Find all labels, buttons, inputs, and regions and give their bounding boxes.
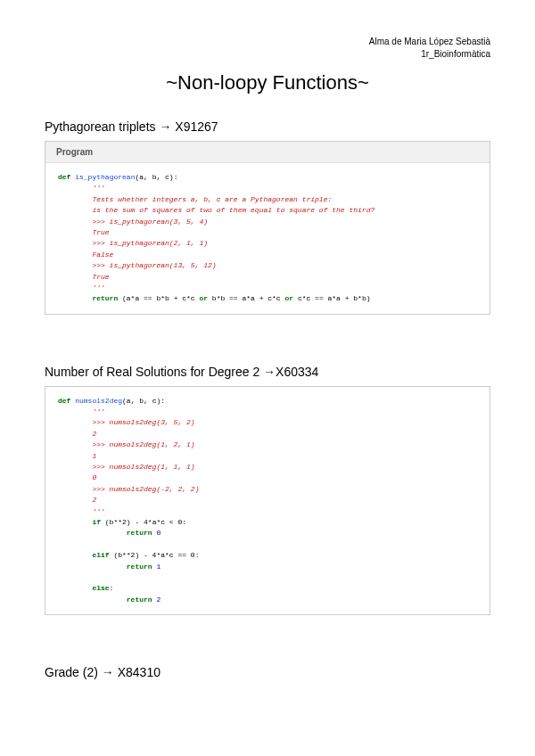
docstring-line: False <box>92 251 113 259</box>
docstring-line: Tests whether integers a, b, c are a Pyt… <box>92 195 332 203</box>
docstring-line: 2 <box>92 430 96 438</box>
docstring-line: 1 <box>92 452 96 460</box>
keyword-return: return <box>127 529 152 537</box>
function-name: is_pythagorean <box>75 173 135 181</box>
docstring-line: >>> is_pythagorean(3, 5, 4) <box>92 218 208 226</box>
condition: (b**2) - 4*a*c == 0: <box>110 551 200 559</box>
return-expr: c*c == a*a + b*b) <box>293 294 370 302</box>
code-block-numsols: def numsols2deg(a, b, c): ''' >>> numsol… <box>45 387 490 614</box>
docstring-close: ''' <box>92 507 104 515</box>
docstring-line: is the sum of squares of two of them equ… <box>92 206 374 214</box>
section-pythagorean-label: Pythagorean triplets → X91267 <box>45 119 490 134</box>
keyword-return: return <box>92 294 118 302</box>
return-value: 0 <box>152 529 161 537</box>
keyword-or: or <box>199 294 208 302</box>
docstring-line: True <box>92 228 109 236</box>
section-grade-label: Grade (2) → X84310 <box>45 665 490 679</box>
keyword-return: return <box>127 563 152 571</box>
docstring-open: ''' <box>92 407 104 415</box>
return-value: 1 <box>152 563 161 571</box>
keyword-def: def <box>58 173 70 181</box>
function-name: numsols2deg <box>75 397 122 405</box>
return-expr: (a*a == b*b + c*c <box>118 294 199 302</box>
params: (a, b, c): <box>122 397 165 405</box>
condition: (b**2) - 4*a*c < 0: <box>101 518 186 526</box>
page-title: ~Non-loopy Functions~ <box>45 71 490 94</box>
keyword-if: if <box>92 518 101 526</box>
keyword-def: def <box>58 397 70 405</box>
keyword-else: else <box>92 584 109 592</box>
section-numsols-label: Number of Real Solutions for Degree 2 →X… <box>45 365 490 379</box>
docstring-line: 0 <box>92 473 96 481</box>
keyword-return: return <box>127 596 152 604</box>
spacer <box>45 324 490 349</box>
code-box-header: Program <box>45 142 490 163</box>
author-name: Alma de Maria López Sebastià <box>45 36 490 48</box>
spacer <box>45 624 490 649</box>
colon: : <box>110 584 114 592</box>
params: (a, b, c): <box>135 173 177 181</box>
docstring-line: >>> numsols2deg(1, 1, 1) <box>92 463 194 471</box>
return-value: 2 <box>152 596 161 604</box>
keyword-or: or <box>284 294 293 302</box>
course-name: 1r_Bioinformàtica <box>45 48 490 61</box>
page-header: Alma de Maria López Sebastià 1r_Bioinfor… <box>45 36 490 61</box>
docstring-line: >>> numsols2deg(-2, 2, 2) <box>92 485 199 493</box>
docstring-line: >>> is_pythagorean(2, 1, 1) <box>92 239 208 247</box>
code-box-pythagorean: Program def is_pythagorean(a, b, c): '''… <box>45 141 490 315</box>
docstring-open: ''' <box>92 184 104 192</box>
keyword-elif: elif <box>92 551 109 559</box>
docstring-line: >>> numsols2deg(3, 5, 2) <box>92 418 194 426</box>
document-page: Alma de Maria López Sebastià 1r_Bioinfor… <box>0 0 535 704</box>
code-block-pythagorean: def is_pythagorean(a, b, c): ''' Tests w… <box>45 163 490 314</box>
docstring-line: True <box>92 273 109 281</box>
docstring-line: >>> is_pythagorean(13, 5, 12) <box>92 261 216 269</box>
docstring-close: ''' <box>92 284 104 292</box>
docstring-line: 2 <box>92 496 96 504</box>
return-expr: b*b == a*a + c*c <box>208 294 284 302</box>
docstring-line: >>> numsols2deg(1, 2, 1) <box>92 440 194 448</box>
code-box-numsols: def numsols2deg(a, b, c): ''' >>> numsol… <box>45 386 490 615</box>
